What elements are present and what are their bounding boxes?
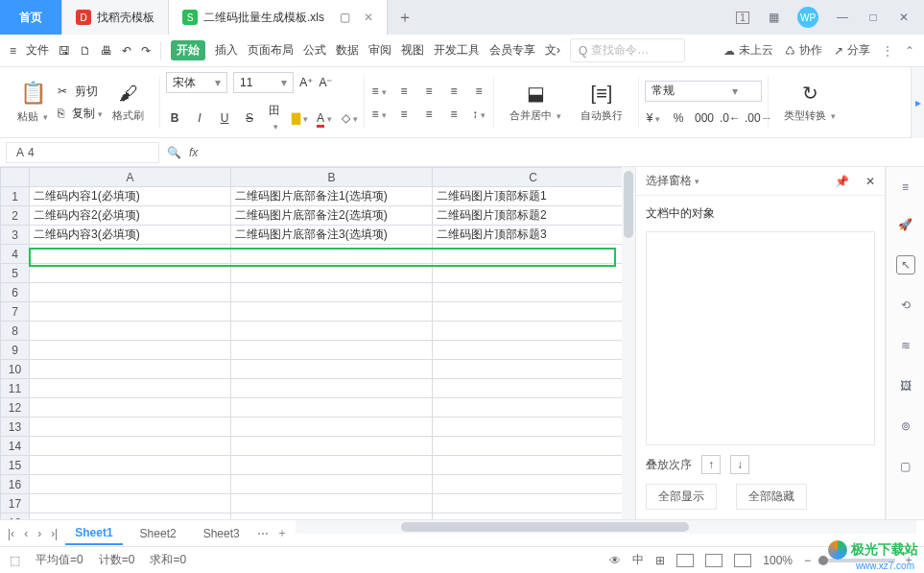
cell-B7[interactable] <box>231 302 433 322</box>
cell-A2[interactable]: 二维码内容2(必填项) <box>30 206 231 226</box>
tab-docer-template[interactable]: D 找稻壳模板 <box>62 0 169 35</box>
objects-list[interactable] <box>646 231 875 445</box>
percent-icon[interactable]: % <box>670 111 687 125</box>
increase-decimal-icon[interactable]: .0← <box>720 111 737 125</box>
tab-document[interactable]: S 二维码批量生成模板.xls ▢ ✕ <box>169 0 388 35</box>
merge-center-button[interactable]: 合并居中 <box>509 108 561 123</box>
record-icon[interactable]: ⬚ <box>10 554 20 567</box>
cell-B14[interactable] <box>231 437 433 456</box>
font-color-icon[interactable]: A <box>316 111 333 125</box>
row-header-7[interactable]: 7 <box>1 302 30 322</box>
row-header-10[interactable]: 10 <box>1 360 30 379</box>
rail-collapse-icon[interactable]: ≡ <box>902 180 909 194</box>
tab-sheet1[interactable]: Sheet1 <box>65 522 122 545</box>
cell-A13[interactable] <box>30 418 231 437</box>
tab-sheet3[interactable]: Sheet3 <box>194 523 249 544</box>
select-all-corner[interactable] <box>1 168 30 187</box>
clear-format-icon[interactable]: ◇ <box>341 111 358 125</box>
paste-icon[interactable]: 📋 <box>20 81 46 106</box>
decrease-decimal-icon[interactable]: .00→ <box>745 111 762 125</box>
font-family-select[interactable]: 宋体▾ <box>166 72 227 93</box>
qat-save-icon[interactable]: 🖫 <box>59 44 70 58</box>
minimize-icon[interactable]: — <box>836 11 849 24</box>
user-avatar[interactable]: WP <box>797 7 818 28</box>
menu-devtools[interactable]: 开发工具 <box>434 42 480 59</box>
more-menu-icon[interactable]: ⋮ <box>882 44 893 58</box>
share-button[interactable]: ↗分享 <box>834 42 870 59</box>
qat-print-preview-icon[interactable]: 🗋 <box>80 44 91 58</box>
view-page-icon[interactable] <box>705 554 723 567</box>
align-left-icon[interactable]: ≡ <box>370 107 388 121</box>
cell-A17[interactable] <box>30 494 231 513</box>
rail-settings-icon[interactable]: ⊚ <box>896 417 915 436</box>
row-header-8[interactable]: 8 <box>1 322 30 341</box>
cell-C4[interactable] <box>433 245 634 264</box>
cell-A8[interactable] <box>30 322 231 341</box>
menu-file[interactable]: 文件 <box>26 42 49 59</box>
rail-reading-icon[interactable]: ▢ <box>896 457 915 476</box>
pane-title[interactable]: 选择窗格 <box>646 173 699 189</box>
cell-A1[interactable]: 二维码内容1(必填项) <box>30 187 231 206</box>
type-convert-button[interactable]: 类型转换 <box>784 108 836 123</box>
row-header-5[interactable]: 5 <box>1 264 30 283</box>
pin-icon[interactable]: 📌 <box>835 175 849 188</box>
col-header-C[interactable]: C <box>433 168 634 187</box>
row-header-1[interactable]: 1 <box>1 187 30 206</box>
command-search[interactable]: Q 查找命令… <box>570 38 685 62</box>
grid-setting-icon[interactable]: ⊞ <box>655 554 665 567</box>
copy-icon[interactable]: ⎘ <box>58 107 64 120</box>
indent-decrease-icon[interactable]: ≡ <box>445 84 462 98</box>
cell-A3[interactable]: 二维码内容3(必填项) <box>30 226 231 245</box>
cell-C3[interactable]: 二维码图片顶部标题3 <box>433 226 634 245</box>
close-pane-icon[interactable]: ✕ <box>865 175 875 188</box>
cell-B13[interactable] <box>231 418 433 437</box>
distribute-icon[interactable]: ≡ <box>445 107 462 121</box>
app-menu-icon[interactable]: ≡ <box>10 44 16 58</box>
cell-C7[interactable] <box>433 302 634 322</box>
fx-icon[interactable]: fx <box>189 146 198 159</box>
cell-C2[interactable]: 二维码图片顶部标题2 <box>433 206 634 226</box>
horizontal-scrollbar[interactable] <box>296 520 916 534</box>
row-header-3[interactable]: 3 <box>1 226 30 245</box>
menu-more[interactable]: 文› <box>545 42 560 59</box>
row-header-18[interactable]: 18 <box>1 513 30 520</box>
sheet-last-icon[interactable]: ›| <box>51 527 58 540</box>
type-convert-icon[interactable]: ↻ <box>802 82 818 105</box>
indent-increase-icon[interactable]: ≡ <box>470 84 487 98</box>
cell-A9[interactable] <box>30 341 231 360</box>
italic-icon[interactable]: I <box>191 111 208 125</box>
cell-B1[interactable]: 二维码图片底部备注1(选填项) <box>231 187 433 206</box>
cell-B8[interactable] <box>231 322 433 341</box>
cell-A7[interactable] <box>30 302 231 322</box>
col-header-A[interactable]: A <box>30 168 231 187</box>
row-header-4[interactable]: 4 <box>1 245 30 264</box>
cell-A11[interactable] <box>30 379 231 398</box>
layout-icon[interactable]: 1 <box>736 12 749 24</box>
increase-font-icon[interactable]: A⁺ <box>299 76 313 89</box>
cell-A5[interactable] <box>30 264 231 283</box>
row-header-16[interactable]: 16 <box>1 475 30 494</box>
align-top-icon[interactable]: ≡ <box>370 84 388 98</box>
col-header-B[interactable]: B <box>231 168 433 187</box>
tab-sheet2[interactable]: Sheet2 <box>130 523 186 544</box>
collaborate-button[interactable]: ♺协作 <box>785 42 822 59</box>
cell-C9[interactable] <box>433 341 634 360</box>
sheet-grid[interactable]: ABC1二维码内容1(必填项)二维码图片底部备注1(选填项)二维码图片顶部标题1… <box>0 167 636 519</box>
add-sheet-icon[interactable]: ＋ <box>276 525 288 541</box>
currency-icon[interactable]: ¥ <box>645 111 662 125</box>
strikethrough-icon[interactable]: S <box>241 111 258 125</box>
show-all-button[interactable]: 全部显示 <box>646 484 717 510</box>
send-backward-icon[interactable]: ↓ <box>730 455 749 474</box>
row-header-14[interactable]: 14 <box>1 437 30 456</box>
view-normal-icon[interactable] <box>676 554 694 567</box>
maximize-icon[interactable]: □ <box>866 11 880 24</box>
cell-B11[interactable] <box>231 379 433 398</box>
merge-center-icon[interactable]: ⬓ <box>527 82 545 105</box>
menu-review[interactable]: 审阅 <box>368 42 391 59</box>
row-header-11[interactable]: 11 <box>1 379 30 398</box>
cell-B5[interactable] <box>231 264 433 283</box>
cell-B9[interactable] <box>231 341 433 360</box>
zoom-out-icon[interactable]: − <box>804 554 811 567</box>
cell-C10[interactable] <box>433 360 634 379</box>
comma-icon[interactable]: 000 <box>695 111 712 125</box>
